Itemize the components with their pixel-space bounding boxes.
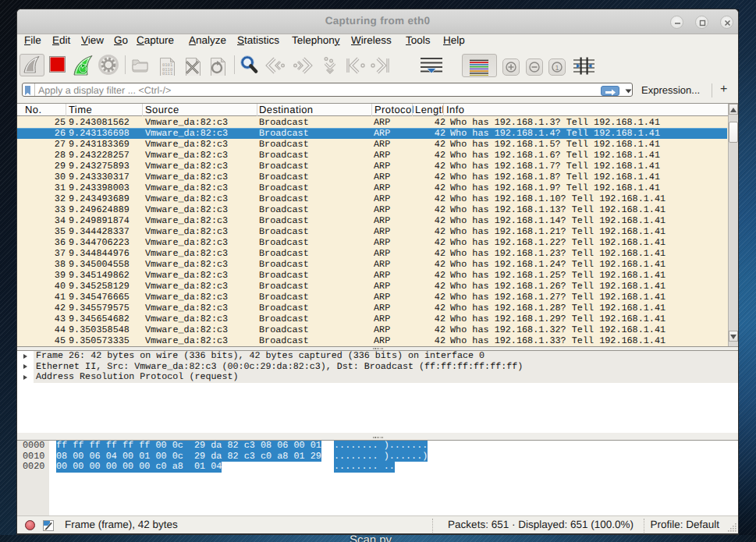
svg-text:1: 1	[555, 64, 559, 72]
svg-text:0111: 0111	[162, 71, 172, 76]
